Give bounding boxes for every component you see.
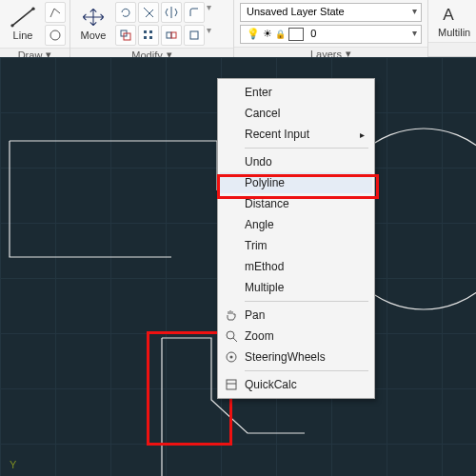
rotate-icon[interactable]	[115, 2, 136, 23]
svg-line-0	[12, 9, 33, 26]
ctx-zoom[interactable]: Zoom	[220, 326, 372, 347]
array-icon[interactable]	[138, 25, 159, 46]
calc-icon	[224, 377, 239, 392]
svg-point-18	[230, 356, 233, 359]
panel-annotation-title[interactable]	[428, 42, 476, 56]
svg-point-15	[227, 331, 234, 339]
scale-icon[interactable]	[115, 25, 136, 46]
svg-rect-11	[171, 32, 176, 38]
separator	[245, 370, 368, 371]
ctx-enter[interactable]: Enter	[220, 82, 372, 103]
separator	[245, 301, 368, 302]
svg-rect-6	[144, 30, 147, 33]
move-tool[interactable]: Move	[74, 5, 112, 43]
layer-color-swatch	[288, 28, 304, 41]
chevron-right-icon: ▸	[360, 129, 365, 140]
polyline-icon[interactable]	[45, 2, 66, 23]
ctx-pan[interactable]: Pan	[220, 305, 372, 326]
ctx-angle[interactable]: Angle	[220, 214, 372, 235]
svg-point-2	[31, 8, 34, 10]
svg-rect-19	[227, 380, 236, 389]
panel-layers: Unsaved Layer State 💡 ☀ 🔒 0 Layers▾	[234, 0, 428, 56]
panel-draw: Line Draw▾	[0, 0, 70, 56]
zoom-icon	[224, 328, 239, 344]
ctx-multiple[interactable]: Multiple	[220, 277, 372, 298]
svg-line-16	[233, 338, 237, 342]
multiline-label: Multilin	[438, 27, 470, 38]
stretch-icon[interactable]	[161, 25, 182, 46]
circle-icon[interactable]	[45, 25, 66, 46]
separator	[245, 148, 368, 149]
svg-point-3	[50, 30, 60, 40]
ctx-polyline[interactable]: Polyline	[220, 172, 372, 193]
ctx-steering[interactable]: SteeringWheels	[220, 347, 372, 367]
ctx-undo[interactable]: Undo	[220, 151, 372, 172]
trim-icon[interactable]	[138, 2, 159, 23]
layer-name: 0	[310, 28, 316, 39]
fillet-icon[interactable]	[184, 2, 205, 23]
move-label: Move	[81, 30, 107, 41]
svg-point-1	[10, 24, 13, 27]
context-menu: Enter Cancel Recent Input▸ Undo Polyline…	[217, 78, 375, 399]
ribbon: Line Draw▾ Move ▾	[0, 0, 476, 57]
svg-rect-12	[190, 31, 198, 39]
pan-icon	[224, 307, 239, 323]
svg-rect-9	[149, 36, 152, 39]
svg-text:A: A	[443, 5, 454, 24]
svg-rect-7	[149, 30, 152, 33]
layer-state-dropdown[interactable]: Unsaved Layer State	[240, 3, 422, 22]
ucs-y-axis: Y	[10, 459, 16, 470]
sun-icon: ☀	[263, 28, 272, 39]
ctx-trim[interactable]: Trim	[220, 235, 372, 256]
explode-icon[interactable]	[184, 25, 205, 46]
panel-annotation: A Multilin	[428, 0, 476, 56]
line-tool[interactable]: Line	[4, 5, 42, 43]
steering-icon	[224, 349, 239, 365]
panel-modify: Move ▾ ▾ Modify▾	[70, 0, 234, 56]
current-layer-dropdown[interactable]: 💡 ☀ 🔒 0	[240, 25, 422, 44]
ctx-recent-input[interactable]: Recent Input▸	[220, 124, 372, 145]
ctx-cancel[interactable]: Cancel	[220, 103, 372, 124]
lock-icon: 🔒	[275, 30, 286, 39]
svg-rect-8	[144, 36, 147, 39]
svg-rect-10	[167, 32, 171, 38]
line-label: Line	[13, 30, 33, 41]
ctx-method[interactable]: mEthod	[220, 256, 372, 277]
ctx-distance[interactable]: Distance	[220, 193, 372, 214]
bulb-icon: 💡	[247, 28, 260, 39]
multiline-text-tool[interactable]: A Multilin	[432, 2, 476, 40]
mirror-icon[interactable]	[161, 2, 182, 23]
ctx-quickcalc[interactable]: QuickCalc	[220, 374, 372, 395]
